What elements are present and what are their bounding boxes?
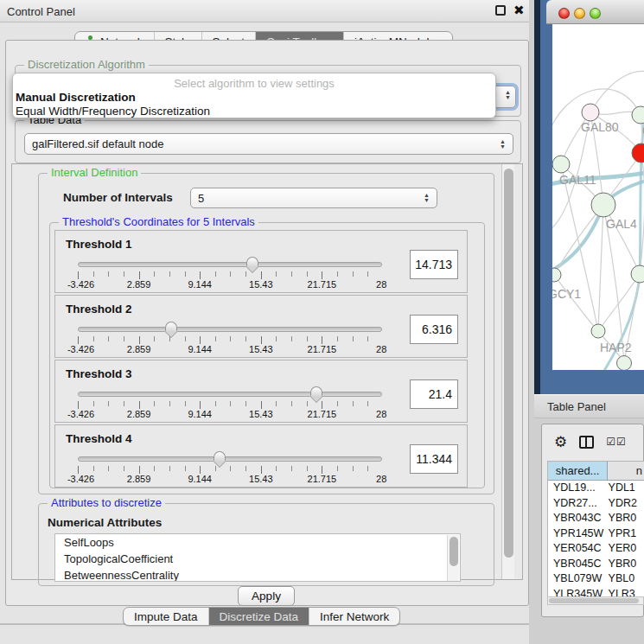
interval-definition-group: Interval Definition Number of Intervals … [38,173,494,494]
threshold-4-label: Threshold 4 [66,432,132,445]
algorithm-option-manual[interactable]: Manual Discretization [13,91,495,105]
attributes-group: Attributes to discretize Numerical Attri… [38,503,494,586]
table-panel-window: ⚙ ☑ ☑ shared... n YDL19...YDL1 YDR27...Y… [541,424,644,617]
slider-ticks [78,466,383,471]
slider-ticks [78,271,383,277]
threshold-4-value-field[interactable]: 11.344 [410,444,458,474]
node-clipped-bottom[interactable] [617,356,632,371]
network-canvas[interactable]: GAL80 GA C GAL11 GAL4 GCY1 H HAP2 [552,24,644,370]
threshold-2-value-field[interactable]: 6.316 [410,315,458,344]
slider-thumb[interactable] [165,322,177,331]
float-window-icon[interactable] [495,5,506,16]
slider-ticks [78,401,383,406]
node-label-gal80: GAL80 [581,120,619,134]
threshold-1-slider[interactable] [78,262,382,267]
threshold-2-box: Threshold 2 -3.4262.8599.14415.4321.7152… [54,295,468,358]
node-gcy1[interactable] [552,268,561,282]
slider-thumb[interactable] [310,386,322,396]
list-item[interactable]: BetweennessCentrality [55,567,460,582]
node-clipped-top-right[interactable] [632,106,644,124]
table-row[interactable]: YBL079WYBL0 [548,571,644,587]
threshold-3-box: Threshold 3 -3.4262.8599.14415.4321.7152… [54,360,468,423]
threshold-1-label: Threshold 1 [66,238,132,251]
threshold-2-slider[interactable] [78,327,382,332]
close-icon[interactable]: ✖ [513,3,525,18]
tab-discretize-data-label: Discretize Data [220,610,299,623]
list-item[interactable]: SelfLoops [55,534,460,551]
scrollbar-thumb[interactable] [504,169,513,558]
threshold-3-value-field[interactable]: 21.4 [410,379,458,409]
table-panel-title: Table Panel [547,400,606,413]
slider-thumb[interactable] [246,257,258,266]
control-panel-titlebar: Control Panel ✖ [0,0,536,22]
threshold-1-box: Threshold 1 -3.4262.8599.14415.4321.7152… [54,230,468,293]
table-row[interactable]: YBR043CYBR0 [548,511,644,526]
thresholds-group: Threshold's Coordinates for 5 Intervals … [49,222,485,488]
tab-infer-network-label: Infer Network [320,610,389,623]
threshold-4-slider[interactable] [78,456,382,462]
table-panel-header: Table Panel [534,394,644,418]
table-data-combo[interactable]: galFiltered.sif default node ▲▼ [24,133,513,155]
number-of-intervals-value: 5 [198,192,204,205]
scrollbar-thumb[interactable] [450,537,458,566]
tab-impute-data-label: Impute Data [134,610,198,623]
node-label-gal11: GAL11 [559,173,596,187]
column-header-name[interactable]: n [608,462,644,480]
algorithm-option-equal-width[interactable]: Equal Width/Frequency Discretization [13,105,495,118]
threshold-4-box: Threshold 4 -3.4262.8599.14415.4321.7152… [54,424,468,488]
table-panel-toolbar: ⚙ ☑ ☑ [542,424,644,459]
table-horizontal-scrollbar[interactable] [547,596,644,605]
node-gal11[interactable] [552,156,570,173]
table-row[interactable]: YDL19...YDL1 [548,481,644,496]
table-row[interactable]: YBR045CYBR0 [548,557,644,572]
slider-tick-labels: -3.4262.8599.14415.4321.71528 [78,279,383,290]
algorithm-placeholder: Select algorithm to view settings [13,77,495,91]
discretization-algorithm-title: Discretization Algorithm [24,58,149,71]
numerical-attributes-list[interactable]: SelfLoops TopologicalCoefficient Between… [54,533,461,582]
mac-zoom-icon[interactable] [590,8,601,19]
mac-minimize-icon[interactable] [574,8,585,19]
mac-close-icon[interactable] [558,8,570,19]
slider-thumb[interactable] [214,451,226,461]
tab-infer-network[interactable]: Infer Network [309,608,399,625]
checkbox-group: ☑ ☑ [606,436,626,448]
cyni-toolbox-panel: Discretization Algorithm ▲▼ Table Data g… [5,40,529,606]
tab-impute-data[interactable]: Impute Data [124,608,209,625]
threshold-3-slider[interactable] [78,392,382,397]
column-header-shared-name[interactable]: shared... [548,462,608,480]
table-row[interactable]: YER054CYER0 [548,541,644,557]
apply-button[interactable]: Apply [238,586,295,606]
node-table[interactable]: shared... n YDL19...YDL1 YDR27...YDR2 YB… [547,461,644,604]
control-panel: Control Panel ✖ Network Style Select Cyn… [0,0,536,644]
algorithm-dropdown-popup: Select algorithm to view settings Manual… [12,73,496,118]
network-window-titlebar[interactable] [546,0,644,24]
tab-discretize-data[interactable]: Discretize Data [209,608,310,625]
threshold-1-value-field[interactable]: 14.713 [410,250,458,279]
node-gal80[interactable] [582,104,599,121]
slider-ticks [78,336,383,341]
node-label-gal4: GAL4 [606,217,637,231]
node-selected-red[interactable] [632,143,644,163]
settings-scrollbar[interactable] [501,164,514,579]
node-label-gcy1: GCY1 [552,287,581,301]
list-scrollbar[interactable] [447,535,459,582]
control-panel-title: Control Panel [7,5,75,18]
bottom-tab-bar: Impute Data Discretize Data Infer Networ… [123,607,400,626]
table-row[interactable]: YPR145WYPR1 [548,526,644,542]
node-gal4[interactable] [591,193,615,217]
scrollbar-thumb[interactable] [549,598,639,603]
list-item[interactable]: TopologicalCoefficient [55,551,460,567]
node-hap2[interactable] [591,324,605,338]
split-columns-icon[interactable] [579,436,594,449]
node-h[interactable] [631,265,644,283]
threshold-2-label: Threshold 2 [66,303,132,316]
gear-icon[interactable]: ⚙ [554,435,567,450]
network-graph: GAL80 GA C GAL11 GAL4 GCY1 H HAP2 [552,24,644,370]
thresholds-group-title: Threshold's Coordinates for 5 Intervals [59,215,258,228]
table-data-group: Table Data galFiltered.sif default node … [15,120,521,163]
checked-checkbox-icon[interactable]: ☑ [606,436,615,448]
interval-definition-title: Interval Definition [48,166,141,179]
checked-checkbox-icon[interactable]: ☑ [616,436,626,448]
table-row[interactable]: YDR27...YDR2 [548,496,644,512]
number-of-intervals-combo[interactable]: 5 ▲▼ [190,188,437,208]
